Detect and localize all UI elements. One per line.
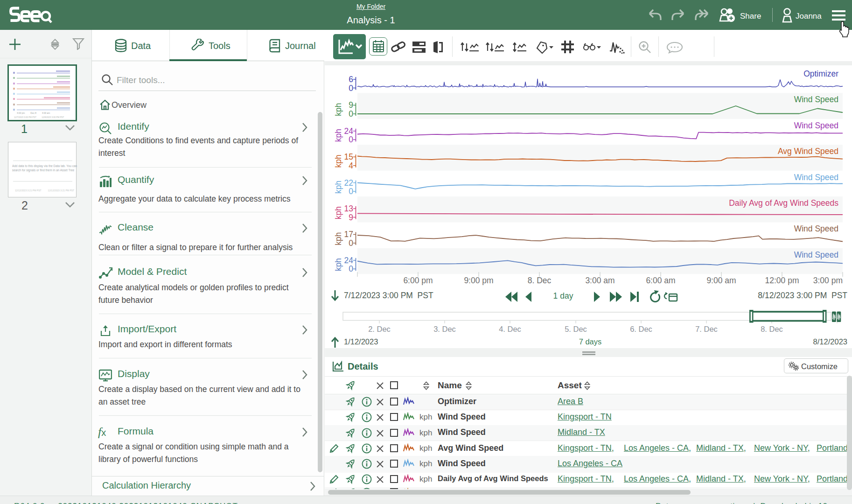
svg-text:22: 22 [344, 178, 353, 188]
svg-text:Wind Speed: Wind Speed [794, 121, 838, 130]
svg-text:24: 24 [344, 256, 354, 265]
svg-text:0: 0 [349, 238, 353, 248]
svg-text:13: 13 [344, 204, 353, 213]
svg-text:kph: kph [334, 232, 343, 245]
svg-text:0: 0 [349, 264, 353, 273]
svg-text:kph: kph [334, 154, 343, 168]
svg-text:17: 17 [344, 230, 353, 239]
svg-text:0: 0 [349, 84, 353, 93]
svg-text:8. Dec: 8. Dec [528, 276, 552, 285]
svg-text:9:00 pm: 9:00 pm [464, 276, 493, 285]
svg-text:Wind Speed: Wind Speed [794, 224, 838, 233]
svg-text:Optimizer: Optimizer [803, 69, 838, 78]
svg-text:Avg Wind Speed: Avg Wind Speed [778, 147, 838, 156]
svg-text:4: 4 [349, 161, 353, 170]
svg-text:0: 0 [349, 109, 353, 119]
svg-text:Wind Speed: Wind Speed [794, 173, 838, 182]
svg-text:24: 24 [344, 126, 354, 136]
svg-text:12:00 pm: 12:00 pm [765, 276, 799, 285]
svg-text:9: 9 [349, 100, 353, 110]
svg-text:kph: kph [334, 206, 343, 219]
svg-text:kph: kph [334, 181, 343, 194]
svg-text:Wind Speed: Wind Speed [794, 250, 838, 259]
svg-text:3:00 pm: 3:00 pm [813, 276, 843, 285]
svg-text:kph: kph [334, 129, 343, 142]
svg-text:kph: kph [334, 103, 343, 116]
svg-text:0: 0 [349, 187, 353, 196]
svg-text:9:00 am: 9:00 am [706, 276, 736, 285]
svg-text:6:00 pm: 6:00 pm [403, 276, 433, 285]
svg-text:9: 9 [349, 213, 353, 222]
svg-text:6:00 am: 6:00 am [646, 276, 675, 285]
svg-text:0: 0 [349, 135, 353, 144]
svg-text:6: 6 [349, 75, 353, 84]
svg-text:15: 15 [344, 152, 353, 161]
svg-text:3:00 am: 3:00 am [585, 276, 615, 285]
svg-text:Daily Avg of Avg Wind Speeds: Daily Avg of Avg Wind Speeds [729, 198, 838, 208]
svg-text:Wind Speed: Wind Speed [794, 95, 838, 104]
svg-text:kph: kph [334, 258, 343, 271]
